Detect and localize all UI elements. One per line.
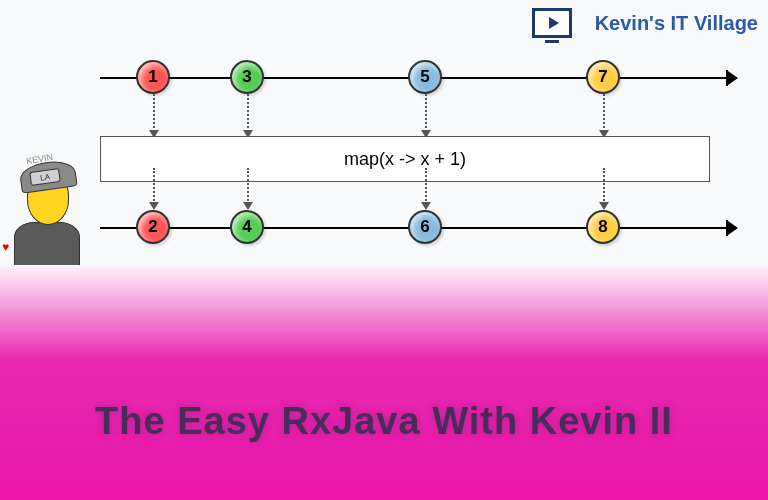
marble-output-0: 2 [136, 210, 170, 244]
connector-line [425, 168, 427, 204]
marble-value: 4 [242, 217, 251, 237]
marble-value: 6 [420, 217, 429, 237]
connector-line [603, 168, 605, 204]
axis-arrow-icon [728, 71, 738, 85]
avatar-kevin: ♥ KEVIN LA [2, 140, 84, 270]
upper-panel: Kevin's IT Village ♥ KEVIN LA 1 3 5 7 [0, 0, 768, 265]
marble-output-1: 4 [230, 210, 264, 244]
connector-arrow-icon [243, 202, 253, 210]
connector-arrow-icon [421, 202, 431, 210]
marble-diagram: 1 3 5 7 map(x -> x + 1) 2 4 [100, 0, 738, 252]
marble-input-3: 7 [586, 60, 620, 94]
connector-line [425, 94, 427, 132]
connector-line [153, 168, 155, 204]
operator-box: map(x -> x + 1) [100, 136, 710, 182]
output-timeline: 2 4 6 8 [100, 202, 738, 252]
connector-line [247, 94, 249, 132]
marble-output-3: 8 [586, 210, 620, 244]
marble-value: 7 [598, 67, 607, 87]
operator-expression: map(x -> x + 1) [344, 149, 466, 170]
slide-title: The Easy RxJava With Kevin II [0, 400, 768, 443]
marble-value: 5 [420, 67, 429, 87]
marble-value: 2 [148, 217, 157, 237]
connector-arrow-icon [149, 202, 159, 210]
marble-input-2: 5 [408, 60, 442, 94]
marble-value: 3 [242, 67, 251, 87]
marble-output-2: 6 [408, 210, 442, 244]
axis-arrow-icon [728, 221, 738, 235]
input-timeline: 1 3 5 7 [100, 52, 738, 102]
marble-value: 1 [148, 67, 157, 87]
connector-line [603, 94, 605, 132]
marble-value: 8 [598, 217, 607, 237]
connector-arrow-icon [599, 202, 609, 210]
lower-panel [0, 265, 768, 500]
marble-input-0: 1 [136, 60, 170, 94]
marble-input-1: 3 [230, 60, 264, 94]
connector-line [153, 94, 155, 132]
connector-line [247, 168, 249, 204]
heart-icon: ♥ [2, 240, 9, 254]
